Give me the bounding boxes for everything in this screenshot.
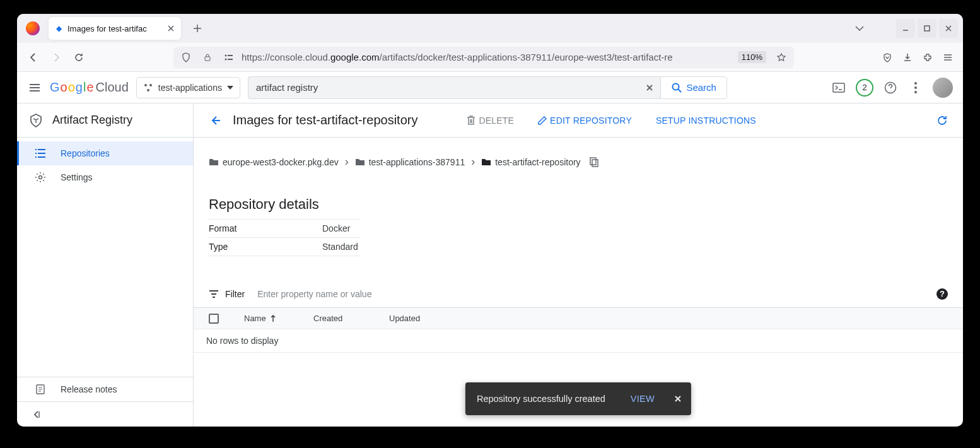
- url-text: https://console.cloud.google.com/artifac…: [242, 52, 732, 62]
- extensions-icon[interactable]: [919, 49, 936, 66]
- pencil-icon: [538, 116, 547, 125]
- search-input[interactable]: artifact registry: [248, 76, 660, 99]
- lock-icon[interactable]: [199, 49, 216, 66]
- back-button[interactable]: [209, 114, 221, 127]
- help-tooltip-icon[interactable]: ?: [936, 288, 948, 300]
- toast-message: Repository successfully created: [477, 394, 605, 404]
- project-name: test-applications: [158, 83, 222, 93]
- search-clear-icon[interactable]: [645, 83, 654, 92]
- refresh-button[interactable]: [936, 115, 948, 126]
- new-tab-button[interactable]: [187, 18, 207, 38]
- filter-label: Filter: [225, 289, 245, 299]
- svg-rect-10: [833, 83, 844, 92]
- filter-bar: Filter Enter property name or value ?: [194, 280, 963, 308]
- filter-input[interactable]: Enter property name or value: [257, 289, 371, 299]
- sidebar-item-label: Release notes: [61, 384, 117, 394]
- svg-rect-17: [592, 160, 598, 167]
- svg-point-9: [673, 83, 679, 90]
- shield-icon[interactable]: [177, 49, 195, 66]
- folder-icon: [209, 158, 219, 167]
- svg-point-4: [225, 58, 227, 60]
- downloads-icon[interactable]: [899, 49, 916, 66]
- chevron-right-icon: ›: [471, 155, 475, 168]
- bookmark-icon[interactable]: [773, 49, 790, 66]
- browser-tab[interactable]: ◆ Images for test-artifac: [49, 17, 181, 40]
- nav-reload-button[interactable]: [69, 47, 89, 68]
- gcp-header: Google Cloud test-applications artifact …: [17, 72, 963, 103]
- nav-back-button[interactable]: [23, 47, 44, 68]
- permissions-icon[interactable]: [220, 49, 238, 66]
- breadcrumb-item-current: test-artifact-repository: [481, 157, 580, 167]
- firefox-menu-icon[interactable]: [939, 49, 957, 66]
- cloud-shell-icon[interactable]: [831, 80, 847, 96]
- search-button[interactable]: Search: [660, 76, 727, 99]
- svg-rect-0: [925, 26, 930, 31]
- svg-point-14: [914, 91, 917, 93]
- nav-forward-button[interactable]: [46, 47, 66, 68]
- svg-rect-5: [228, 59, 233, 60]
- table-header: Name Created Updated: [194, 308, 963, 329]
- trash-icon: [467, 115, 475, 126]
- toast-notification: Repository successfully created VIEW: [465, 382, 691, 415]
- sidebar: Artifact Registry Repositories Settings …: [17, 103, 194, 427]
- tabs-dropdown-icon[interactable]: [851, 20, 868, 37]
- toast-close-icon[interactable]: [674, 394, 682, 403]
- url-bar[interactable]: https://console.cloud.google.com/artifac…: [173, 47, 794, 68]
- sort-asc-icon: [270, 315, 276, 322]
- window-close-button[interactable]: [939, 19, 958, 38]
- release-notes-icon: [34, 384, 47, 395]
- gear-icon: [34, 172, 47, 183]
- sidebar-item-settings[interactable]: Settings: [17, 165, 193, 189]
- sidebar-product-title: Artifact Registry: [52, 114, 132, 127]
- user-avatar[interactable]: [933, 78, 953, 98]
- svg-rect-1: [205, 57, 210, 61]
- help-icon[interactable]: [882, 80, 899, 96]
- breadcrumb-item[interactable]: test-applications-387911: [355, 157, 465, 167]
- delete-button[interactable]: DELETE: [467, 115, 514, 126]
- sidebar-item-release-notes[interactable]: Release notes: [17, 377, 193, 401]
- svg-point-2: [225, 54, 227, 56]
- svg-rect-3: [228, 55, 233, 56]
- project-picker[interactable]: test-applications: [136, 77, 240, 98]
- copy-icon[interactable]: [590, 157, 598, 167]
- list-icon: [34, 149, 47, 158]
- pocket-icon[interactable]: [878, 49, 896, 66]
- notifications-badge[interactable]: 2: [856, 79, 873, 97]
- hamburger-menu-icon[interactable]: [27, 80, 42, 95]
- column-updated[interactable]: Updated: [389, 314, 446, 323]
- chevron-left-icon: [32, 410, 41, 419]
- search-container: artifact registry Search: [248, 76, 727, 99]
- svg-point-8: [147, 89, 149, 91]
- google-cloud-logo[interactable]: Google Cloud: [50, 80, 129, 95]
- section-title: Repository details: [209, 196, 948, 213]
- breadcrumb-item[interactable]: europe-west3-docker.pkg.dev: [209, 157, 339, 167]
- filter-icon[interactable]: [209, 290, 219, 298]
- search-button-label: Search: [686, 82, 716, 93]
- search-icon: [671, 82, 682, 93]
- main-content: Images for test-artifact-repository DELE…: [194, 103, 963, 427]
- select-all-checkbox[interactable]: [209, 314, 225, 324]
- folder-icon: [481, 158, 491, 167]
- repository-details-table: Format Docker Type Standard: [209, 219, 948, 256]
- sidebar-item-repositories[interactable]: Repositories: [17, 141, 193, 165]
- column-name[interactable]: Name: [244, 314, 295, 323]
- tab-favicon-icon: ◆: [54, 23, 64, 33]
- window-minimize-button[interactable]: [896, 19, 915, 38]
- more-icon[interactable]: [907, 80, 924, 96]
- page-header: Images for test-artifact-repository DELE…: [194, 103, 963, 138]
- sidebar-item-label: Settings: [61, 172, 93, 182]
- svg-point-7: [149, 84, 152, 86]
- zoom-badge[interactable]: 110%: [738, 51, 766, 63]
- tab-close-icon[interactable]: [166, 23, 176, 33]
- sidebar-product-row[interactable]: Artifact Registry: [17, 103, 193, 138]
- sidebar-collapse-button[interactable]: [17, 401, 193, 427]
- edit-repository-button[interactable]: EDIT REPOSITORY: [538, 115, 632, 126]
- svg-rect-18: [590, 158, 596, 165]
- column-created[interactable]: Created: [313, 314, 370, 323]
- setup-instructions-button[interactable]: SETUP INSTRUCTIONS: [656, 115, 756, 126]
- firefox-tab-bar: ◆ Images for test-artifac: [17, 14, 963, 43]
- svg-point-15: [39, 176, 42, 179]
- toast-view-button[interactable]: VIEW: [631, 394, 655, 404]
- project-icon: [143, 83, 153, 93]
- window-maximize-button[interactable]: [918, 19, 936, 38]
